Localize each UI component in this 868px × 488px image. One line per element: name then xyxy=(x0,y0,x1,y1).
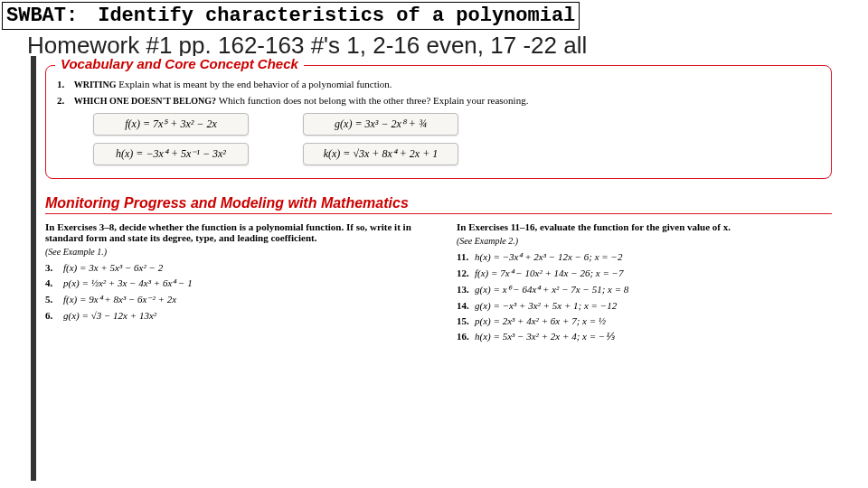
ex6-text: g(x) = √3 − 12x + 13x² xyxy=(63,310,156,321)
eq-k: k(x) = √3x + 8x⁴ + 2x + 1 xyxy=(303,143,458,165)
ex-16: 16.h(x) = 5x³ − 3x² + 2x + 4; x = −⅓ xyxy=(457,331,832,343)
ex14-text: g(x) = −x³ + 3x² + 5x + 1; x = −12 xyxy=(475,300,617,311)
ex11-num: 11. xyxy=(457,251,475,262)
ex12-num: 12. xyxy=(457,267,475,278)
question-2: 2. WHICH ONE DOESN'T BELONG? Which funct… xyxy=(57,95,820,106)
ex4-num: 4. xyxy=(45,277,63,288)
ex13-num: 13. xyxy=(457,284,475,295)
ex-13: 13.g(x) = x⁶ − 64x⁴ + x² − 7x − 51; x = … xyxy=(457,284,832,296)
q1-tag: WRITING xyxy=(74,80,117,89)
eq-f: f(x) = 7x⁵ + 3x² − 2x xyxy=(93,113,249,136)
ex3-num: 3. xyxy=(45,262,63,273)
question-1: 1. WRITING Explain what is meant by the … xyxy=(57,79,820,89)
left-column: In Exercises 3–8, decide whether the fun… xyxy=(45,221,420,347)
ex16-num: 16. xyxy=(457,331,475,342)
ex15-num: 15. xyxy=(457,315,475,326)
vocab-title: Vocabulary and Core Concept Check xyxy=(61,56,298,71)
section-title: Monitoring Progress and Modeling with Ma… xyxy=(45,195,832,214)
ex-5: 5.f(x) = 9x⁴ + 8x³ − 6x⁻² + 2x xyxy=(45,294,420,305)
vocab-box: Vocabulary and Core Concept Check 1. WRI… xyxy=(45,65,832,179)
left-sub: (See Example 1.) xyxy=(45,247,420,257)
ex16-text: h(x) = 5x³ − 3x² + 2x + 4; x = −⅓ xyxy=(475,331,615,342)
swbat-row: SWBAT: Identify characteristics of a pol… xyxy=(2,2,580,30)
ex12-text: f(x) = 7x⁴ − 10x² + 14x − 26; x = −7 xyxy=(475,267,624,278)
left-head: In Exercises 3–8, decide whether the fun… xyxy=(45,221,420,243)
right-head: In Exercises 11–16, evaluate the functio… xyxy=(457,221,832,232)
ex11-text: h(x) = −3x⁴ + 2x³ − 12x − 6; x = −2 xyxy=(475,251,622,262)
left-rule xyxy=(31,56,36,481)
ex15-text: p(x) = 2x³ + 4x² + 6x + 7; x = ½ xyxy=(475,315,606,326)
ex-11: 11.h(x) = −3x⁴ + 2x³ − 12x − 6; x = −2 xyxy=(457,251,832,263)
ex5-num: 5. xyxy=(45,294,63,305)
ex-12: 12.f(x) = 7x⁴ − 10x² + 14x − 26; x = −7 xyxy=(457,267,832,279)
eq-row-1: f(x) = 7x⁵ + 3x² − 2x g(x) = 3x³ − 2x⁸ +… xyxy=(93,113,820,136)
eq-row-2: h(x) = −3x⁴ + 5x⁻¹ − 3x² k(x) = √3x + 8x… xyxy=(93,143,820,165)
right-column: In Exercises 11–16, evaluate the functio… xyxy=(457,221,832,347)
ex6-num: 6. xyxy=(45,310,63,321)
right-sub: (See Example 2.) xyxy=(457,236,832,246)
ex4-text: p(x) = ½x² + 3x − 4x³ + 6x⁴ − 1 xyxy=(63,277,193,288)
ex13-text: g(x) = x⁶ − 64x⁴ + x² − 7x − 51; x = 8 xyxy=(475,284,628,295)
ex5-text: f(x) = 9x⁴ + 8x³ − 6x⁻² + 2x xyxy=(63,294,176,305)
ex3-text: f(x) = 3x + 5x³ − 6x² − 2 xyxy=(63,262,163,273)
eq-h: h(x) = −3x⁴ + 5x⁻¹ − 3x² xyxy=(93,143,249,165)
ex-6: 6.g(x) = √3 − 12x + 13x² xyxy=(45,310,420,321)
ex-15: 15.p(x) = 2x³ + 4x² + 6x + 7; x = ½ xyxy=(457,315,832,326)
columns: In Exercises 3–8, decide whether the fun… xyxy=(45,221,832,347)
q2-tag: WHICH ONE DOESN'T BELONG? xyxy=(74,96,216,106)
swbat-text: Identify characteristics of a polynomial xyxy=(98,5,575,27)
ex14-num: 14. xyxy=(457,300,475,311)
q1-text: Explain what is meant by the end behavio… xyxy=(118,79,392,89)
ex-14: 14.g(x) = −x³ + 3x² + 5x + 1; x = −12 xyxy=(457,300,832,311)
vocab-title-wrap: Vocabulary and Core Concept Check xyxy=(55,56,304,72)
q1-num: 1. xyxy=(57,79,71,89)
q2-text: Which function does not belong with the … xyxy=(219,95,529,106)
q2-num: 2. xyxy=(57,95,71,106)
eq-g: g(x) = 3x³ − 2x⁸ + ¾ xyxy=(303,113,458,136)
content-area: Vocabulary and Core Concept Check 1. WRI… xyxy=(45,65,832,347)
ex-4: 4.p(x) = ½x² + 3x − 4x³ + 6x⁴ − 1 xyxy=(45,277,420,289)
ex-3: 3.f(x) = 3x + 5x³ − 6x² − 2 xyxy=(45,262,420,273)
swbat-label: SWBAT: xyxy=(6,5,78,27)
